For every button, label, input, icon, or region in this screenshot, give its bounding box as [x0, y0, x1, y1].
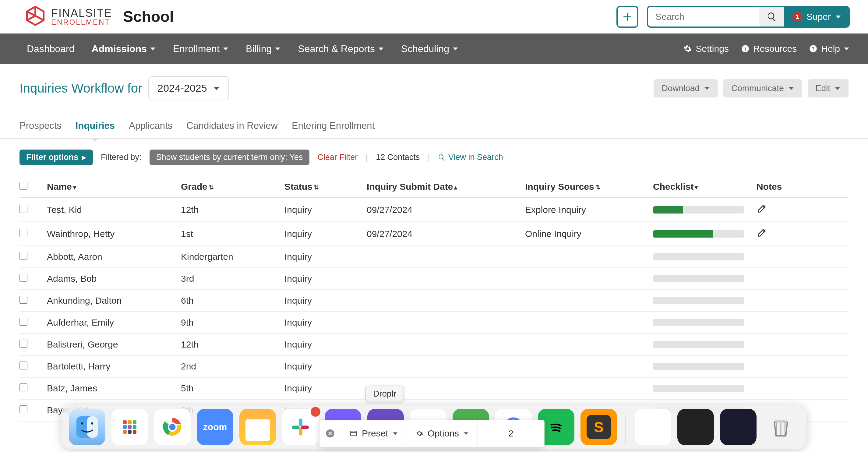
cell-checklist [653, 341, 756, 348]
nav-billing[interactable]: Billing [237, 43, 289, 55]
cell-name[interactable]: Batz, James [47, 383, 181, 394]
dock-window-thumb[interactable] [677, 409, 714, 422]
notification-badge: 1 [793, 12, 802, 22]
dock-trash-icon[interactable] [763, 409, 799, 422]
cell-checklist [653, 297, 756, 304]
cell-name[interactable]: Abbott, Aaron [47, 251, 181, 262]
col-submit-date[interactable]: Inquiry Submit Date▴ [367, 182, 525, 192]
filter-row: Filter options ▶ Filtered by: Show stude… [0, 139, 868, 171]
dock-zoom-icon[interactable]: zoom [197, 409, 233, 422]
nav-search-reports[interactable]: Search & Reports [289, 43, 393, 55]
cell-notes[interactable] [756, 204, 848, 216]
dock-window-thumb[interactable] [720, 409, 756, 422]
nav-resources[interactable]: iResources [741, 43, 797, 54]
clear-filter-link[interactable]: Clear Filter [317, 153, 358, 162]
dock-chrome-icon[interactable] [154, 409, 191, 422]
dock-window-thumb[interactable] [635, 409, 671, 422]
edit-button[interactable]: Edit [808, 79, 848, 97]
cell-name[interactable]: Wainthrop, Hetty [47, 229, 181, 239]
cell-status: Inquiry [284, 251, 367, 262]
col-status[interactable]: Status⇅ [284, 182, 367, 192]
edit-note-icon[interactable] [756, 230, 767, 240]
nav-settings[interactable]: Settings [683, 43, 728, 54]
download-button[interactable]: Download [654, 79, 718, 97]
tab-applicants[interactable]: Applicants [129, 120, 173, 138]
row-checkbox[interactable] [20, 384, 27, 391]
svg-marker-14 [835, 87, 840, 90]
main-nav: Dashboard Admissions Enrollment Billing … [0, 33, 868, 64]
cell-grade: 12th [181, 205, 284, 215]
row-checkbox[interactable] [20, 274, 27, 282]
dock-finder-icon[interactable] [69, 409, 105, 422]
col-notes: Notes [756, 182, 848, 192]
user-menu[interactable]: 1 Super [784, 6, 850, 28]
col-sources[interactable]: Inquiry Sources⇅ [525, 182, 653, 192]
nav-enrollment[interactable]: Enrollment [164, 43, 237, 55]
edit-note-icon[interactable] [756, 206, 767, 216]
tab-prospects[interactable]: Prospects [20, 120, 62, 138]
filter-chip[interactable]: Show students by current term only: Yes [150, 150, 310, 165]
add-button[interactable] [616, 6, 638, 28]
cell-grade: 3rd [181, 273, 284, 284]
search-input[interactable] [647, 6, 760, 28]
nav-scheduling[interactable]: Scheduling [393, 43, 467, 55]
sort-asc-icon: ▴ [454, 184, 457, 191]
tab-entering[interactable]: Entering Enrollment [292, 120, 375, 138]
filter-options-button[interactable]: Filter options ▶ [20, 150, 93, 165]
col-checklist[interactable]: Checklist▾ [653, 182, 756, 192]
svg-point-37 [774, 420, 788, 422]
col-name[interactable]: Name▾ [47, 182, 181, 192]
svg-rect-31 [299, 419, 303, 422]
chevron-down-icon [704, 85, 710, 91]
cell-name[interactable]: Adams, Bob [47, 273, 181, 284]
nav-help[interactable]: ?Help [809, 43, 850, 54]
cell-status: Inquiry [284, 273, 367, 284]
cell-name[interactable]: Ankunding, Dalton [47, 296, 181, 306]
year-selector[interactable]: 2024-2025 [148, 76, 229, 100]
select-all-checkbox[interactable] [20, 182, 27, 190]
contact-count: 12 Contacts [376, 153, 420, 162]
row-checkbox[interactable] [20, 229, 27, 237]
dock-notes-icon[interactable] [239, 409, 276, 422]
row-checkbox[interactable] [20, 340, 27, 348]
dock-sublime-icon[interactable]: S [581, 409, 617, 422]
tab-inquiries[interactable]: Inquiries [75, 120, 115, 138]
tab-candidates[interactable]: Candidates in Review [186, 120, 278, 138]
cell-status: Inquiry [284, 296, 367, 306]
inquiries-table: Name▾ Grade⇅ Status⇅ Inquiry Submit Date… [20, 174, 848, 422]
dock-slack-icon[interactable] [282, 409, 318, 422]
bottom-preset-button[interactable]: Preset [341, 420, 407, 422]
cell-notes[interactable] [756, 228, 848, 240]
cell-source: Explore Inquiry [525, 205, 653, 215]
svg-marker-10 [844, 48, 849, 50]
logo: FINALSITE ENROLLMENT [24, 5, 112, 29]
col-grade[interactable]: Grade⇅ [181, 182, 284, 192]
svg-marker-4 [378, 48, 383, 50]
cell-name[interactable]: Test, Kid [47, 205, 181, 215]
row-checkbox[interactable] [20, 405, 27, 413]
nav-admissions[interactable]: Admissions [83, 43, 164, 55]
cell-name[interactable]: Aufderhar, Emily [47, 318, 181, 328]
dock-launchpad-icon[interactable] [112, 409, 148, 422]
cell-date: 09/27/2024 [367, 229, 525, 239]
row-checkbox[interactable] [20, 205, 27, 213]
row-checkbox[interactable] [20, 252, 27, 260]
chevron-down-icon [835, 85, 841, 91]
dock-spotify-icon[interactable] [538, 409, 575, 422]
row-checkbox[interactable] [20, 318, 27, 326]
row-checkbox[interactable] [20, 362, 27, 369]
cell-name[interactable]: Balistreri, George [47, 339, 181, 350]
nav-dashboard[interactable]: Dashboard [18, 43, 83, 55]
view-in-search-link[interactable]: View in Search [438, 153, 503, 162]
bottom-options-button[interactable]: Options [407, 420, 477, 422]
row-checkbox[interactable] [20, 296, 27, 304]
cell-grade: 12th [181, 339, 284, 350]
search-button[interactable] [760, 6, 784, 28]
communicate-button[interactable]: Communicate [723, 79, 802, 97]
cell-name[interactable]: Bartoletti, Harry [47, 361, 181, 371]
svg-marker-12 [705, 87, 709, 90]
cell-status: Inquiry [284, 361, 367, 371]
divider: | [366, 152, 368, 163]
search-group: 1 Super [647, 6, 850, 28]
svg-rect-19 [123, 420, 127, 422]
